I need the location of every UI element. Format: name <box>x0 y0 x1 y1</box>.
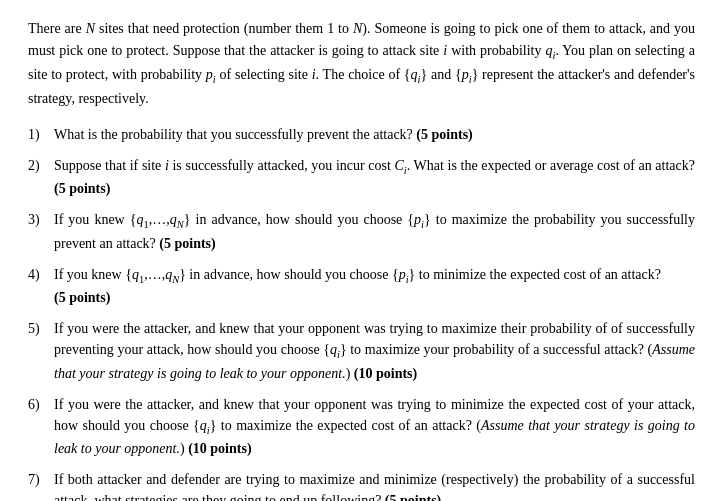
question-number-1: 1) <box>28 124 54 145</box>
points-6: (10 points) <box>188 441 251 456</box>
assume-text-6: Assume that your strategy is going to le… <box>54 418 695 457</box>
points-7: (5 points) <box>385 493 441 501</box>
question-number-4: 4) <box>28 264 54 285</box>
points-5: (10 points) <box>354 366 417 381</box>
question-text-4: If you knew {q1,…,qN} in advance, how sh… <box>54 264 695 309</box>
question-text-2: Suppose that if site i is successfully a… <box>54 155 695 200</box>
question-item-7: 7) If both attacker and defender are try… <box>28 469 695 501</box>
intro-paragraph: There are N sites that need protection (… <box>28 18 695 110</box>
question-text-3: If you knew {q1,…,qN} in advance, how sh… <box>54 209 695 254</box>
question-text-7: If both attacker and defender are trying… <box>54 469 695 501</box>
questions-list: 1) What is the probability that you succ… <box>28 124 695 502</box>
points-1: (5 points) <box>416 127 472 142</box>
question-text-1: What is the probability that you success… <box>54 124 695 145</box>
question-number-6: 6) <box>28 394 54 415</box>
question-item-1: 1) What is the probability that you succ… <box>28 124 695 145</box>
question-item-2: 2) Suppose that if site i is successfull… <box>28 155 695 200</box>
question-item-6: 6) If you were the attacker, and knew th… <box>28 394 695 460</box>
question-number-3: 3) <box>28 209 54 230</box>
question-number-5: 5) <box>28 318 54 339</box>
question-item-3: 3) If you knew {q1,…,qN} in advance, how… <box>28 209 695 254</box>
points-4: (5 points) <box>54 290 110 305</box>
points-3: (5 points) <box>159 236 215 251</box>
question-item-5: 5) If you were the attacker, and knew th… <box>28 318 695 384</box>
question-number-2: 2) <box>28 155 54 176</box>
question-item-4: 4) If you knew {q1,…,qN} in advance, how… <box>28 264 695 309</box>
question-text-6: If you were the attacker, and knew that … <box>54 394 695 460</box>
word-that: that <box>128 21 149 36</box>
question-text-5: If you were the attacker, and knew that … <box>54 318 695 384</box>
question-number-7: 7) <box>28 469 54 490</box>
points-2: (5 points) <box>54 181 110 196</box>
